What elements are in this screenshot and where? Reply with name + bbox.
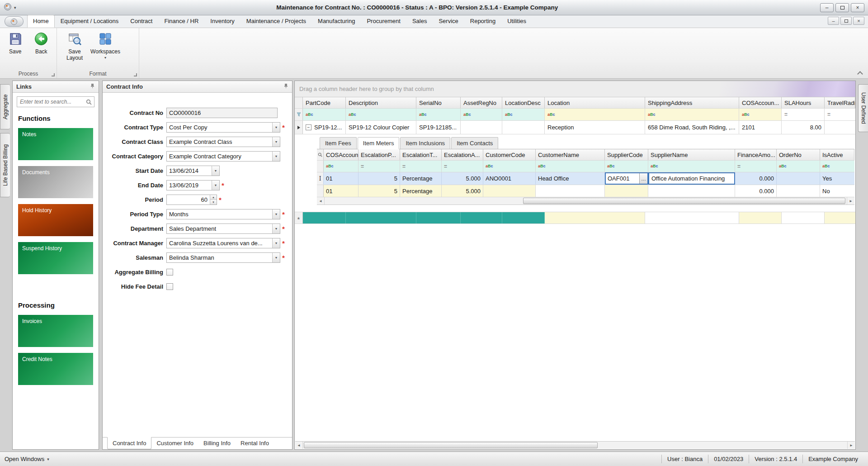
column-header-escalationp[interactable]: EscalationP... [359,149,400,160]
ribbon-tab-manufacturing[interactable]: Manufacturing [312,15,361,28]
collapse-detail-icon[interactable]: − [306,124,311,130]
sidebar-tab-aggregate[interactable]: Aggregate [0,84,10,129]
period-stepper[interactable]: 60 ▲ ▼ [166,195,217,205]
cell-escalationt[interactable]: Percentage [400,172,442,185]
chevron-down-icon[interactable]: ▼ [272,253,280,262]
close-button[interactable]: × [851,3,864,12]
tab-item-fees[interactable]: Item Fees [320,137,357,149]
link-button-hold-history[interactable]: Hold History [18,204,93,236]
start-date-picker[interactable]: 13/06/2014 ▼ [166,166,220,176]
spinner-buttons[interactable]: ▲ ▼ [210,195,217,204]
column-header-isactive[interactable]: IsActive [820,149,854,160]
cell-customercode[interactable] [483,185,536,197]
contract-type-select[interactable]: Cost Per Copy ▼ [166,122,280,133]
cell-suppliername[interactable]: Office Automation Financing [648,172,735,185]
tab-billing-info[interactable]: Billing Info [198,437,236,449]
chevron-down-icon[interactable]: ▼ [212,166,219,176]
filter-cell-partcode[interactable]: aBc [303,109,346,120]
chevron-down-icon[interactable]: ▼ [272,238,280,248]
tab-contract-info[interactable]: Contract Info [107,437,151,449]
column-header-assetregno[interactable]: AssetRegNo [461,97,502,108]
hide-fee-detail-checkbox[interactable] [166,283,173,290]
chevron-down-icon[interactable]: ▼ [272,224,280,233]
department-select[interactable]: Sales Department ▼ [166,223,280,234]
sidebar-tab-life-based-billing[interactable]: Life Based Billing [0,133,10,197]
scrollbar-track[interactable] [303,442,847,449]
maximize-button[interactable] [835,3,849,12]
cell-orderno[interactable] [777,172,820,185]
scroll-right-icon[interactable]: ► [847,197,854,204]
column-header-locationdesc[interactable]: LocationDesc [502,97,545,108]
ribbon-tab-equipment-locations[interactable]: Equipment / Locations [55,15,125,28]
filter-cell[interactable]: = [359,161,400,172]
filter-cell[interactable]: aBc [536,161,605,172]
link-button-invoices[interactable]: Invoices [18,315,93,347]
new-cell-travelradius[interactable] [825,212,855,223]
pin-icon[interactable] [283,83,288,90]
scrollbar-thumb[interactable] [304,442,598,448]
filter-cell[interactable]: aBc [648,161,735,172]
filter-cell[interactable]: = [400,161,442,172]
tab-customer-info[interactable]: Customer Info [151,437,198,449]
column-header-cosaccount[interactable]: COSAccoun... [324,149,359,160]
cell-cosaccount[interactable]: 01 [324,172,359,185]
ribbon-tab-service[interactable]: Service [433,15,464,28]
tab-rental-info[interactable]: Rental Info [236,437,274,449]
cell-suppliercode[interactable] [605,185,648,197]
cell-escalationp[interactable]: 5 [359,185,400,197]
ribbon-tab-reporting[interactable]: Reporting [464,15,501,28]
application-menu-button[interactable] [5,16,24,27]
end-date-picker[interactable]: 13/06/2019 ▼ [166,180,220,190]
ribbon-tab-contract[interactable]: Contract [124,15,158,28]
filter-cell-assetregno[interactable]: aBc [461,109,502,120]
cell-suppliername[interactable] [648,185,735,197]
chevron-down-icon[interactable]: ▼ [272,209,280,219]
ribbon-tab-home[interactable]: Home [27,15,55,28]
pin-icon[interactable] [90,83,95,90]
cell-cosaccount[interactable]: 2101 [739,121,782,134]
tab-item-contacts[interactable]: Item Contacts [451,137,498,149]
new-row[interactable]: * [295,212,855,224]
column-header-shippingaddress[interactable]: ShippingAddress [645,97,739,108]
link-button-suspend-history[interactable]: Suspend History [18,242,93,274]
cell-escalationa[interactable]: 5.000 [442,185,483,197]
filter-cell[interactable]: aBc [483,161,536,172]
cell-escalationt[interactable]: Percentage [400,185,442,197]
cell-shippingaddress[interactable]: 658 Dime Road, South Riding, ,... [645,121,739,134]
chevron-down-icon[interactable]: ▼ [212,181,219,190]
chevron-down-icon[interactable]: ▼ [272,123,280,132]
new-cell-locationdesc[interactable] [502,212,545,223]
contract-class-select[interactable]: Example Contract Class ▼ [166,137,280,147]
aggregate-billing-checkbox[interactable] [166,269,173,276]
scrollbar-thumb[interactable] [523,198,845,204]
chevron-down-icon[interactable]: ▼ [272,137,280,147]
child-close-button[interactable]: × [853,17,864,25]
filter-cell-travelradius[interactable]: = [825,109,855,120]
filter-cell[interactable]: aBc [605,161,648,172]
link-button-documents[interactable]: Documents [18,166,93,198]
scroll-right-icon[interactable]: ► [847,442,855,449]
save-button[interactable]: Save [3,30,28,70]
tab-item-meters[interactable]: Item Meters [358,137,400,149]
app-icon[interactable] [4,3,12,12]
open-windows-button[interactable]: Open Windows ▾ [5,456,49,462]
new-cell-description[interactable] [346,212,416,223]
column-header-escalationt[interactable]: EscalationT... [400,149,442,160]
grid-horizontal-scrollbar[interactable]: ◄ ► [295,441,855,449]
cell-description[interactable]: SP19-12 Colour Copier [346,121,416,134]
filter-cell[interactable]: aBc [324,161,359,172]
cell-orderno[interactable] [777,185,820,197]
cell-financeamount[interactable]: 0.000 [735,185,777,197]
cell-serialno[interactable]: SP19-12185... [416,121,461,134]
salesman-select[interactable]: Belinda Sharman ▼ [166,252,280,263]
contract-manager-select[interactable]: Carolina Suzzetta Lourens van de... ▼ [166,238,280,248]
scrollbar-track[interactable] [325,197,847,204]
contract-category-select[interactable]: Example Contract Category ▼ [166,151,280,162]
period-type-select[interactable]: Months ▼ [166,209,280,219]
supplier-code-editor[interactable]: OAF001 … [605,172,648,185]
search-input[interactable] [17,99,86,105]
ribbon-tab-sales[interactable]: Sales [406,15,433,28]
column-header-slahours[interactable]: SLAHours [782,97,825,108]
scroll-left-icon[interactable]: ◄ [295,442,303,449]
column-header-cosaccount[interactable]: COSAccoun... [739,97,782,108]
